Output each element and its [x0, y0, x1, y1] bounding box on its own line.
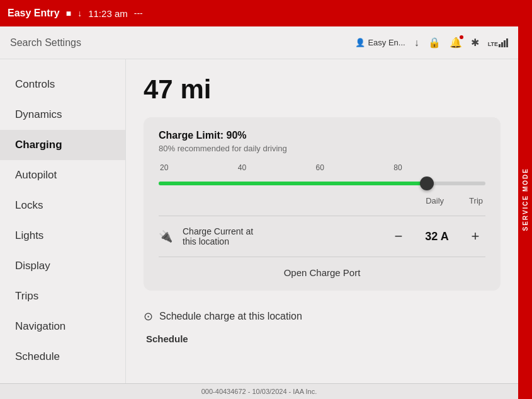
signal-bar-2 — [501, 42, 503, 47]
schedule-label: Schedule charge at this location — [159, 311, 302, 322]
sidebar-item-display[interactable]: Display — [0, 251, 125, 281]
charge-current-control: − 32 A + — [388, 226, 485, 246]
charge-limit-subtitle: 80% recommended for daily driving — [159, 144, 485, 153]
bottom-bar: 000-40434672 - 10/03/2024 - IAA Inc. — [0, 383, 518, 399]
slider-thumb[interactable] — [420, 176, 434, 190]
slider-track-wrapper[interactable] — [159, 175, 485, 192]
sidebar-item-lights[interactable]: Lights — [0, 221, 125, 251]
status-bar-time: 11:23 am — [88, 8, 128, 19]
main-wrapper: Search Settings 👤 Easy En... ↓ 🔒 🔔 ✱ LTE — [0, 26, 518, 399]
daily-trip-row: Daily Trip — [159, 196, 485, 205]
slider-label-80: 80 — [393, 163, 402, 172]
main-panel: 47 mi Charge Limit: 90% 80% recommended … — [126, 59, 518, 383]
daily-label[interactable]: Daily — [426, 196, 444, 205]
schedule-sublabel: Schedule — [146, 333, 188, 344]
bell-icon: 🔔 — [450, 37, 462, 49]
signal-bar-4 — [506, 38, 508, 47]
nav-profile: 👤 Easy En... — [355, 38, 405, 47]
sidebar-item-dynamics[interactable]: Dynamics — [0, 100, 125, 130]
card-divider-2 — [159, 257, 485, 257]
status-bar: Easy Entry ■ ↓ 11:23 am --- — [0, 0, 518, 26]
sidebar-item-autopilot[interactable]: Autopilot — [0, 160, 125, 190]
open-charge-port-label: Open Charge Port — [284, 267, 361, 278]
status-bar-title: Easy Entry — [8, 8, 60, 19]
status-bar-dashes: --- — [134, 8, 143, 18]
schedule-row[interactable]: ⊙ Schedule charge at this location — [144, 303, 501, 330]
sidebar-item-charging[interactable]: Charging — [0, 130, 125, 160]
decrement-button[interactable]: − — [388, 226, 409, 246]
sidebar-item-trips[interactable]: Trips — [0, 281, 125, 311]
bluetooth-icon: ✱ — [471, 37, 479, 49]
range-display: 47 mi — [144, 74, 501, 105]
charge-current-value: 32 A — [421, 230, 453, 243]
search-settings-label[interactable]: Search Settings — [10, 37, 355, 49]
slider-label-60: 60 — [315, 163, 324, 172]
bell-dot — [460, 35, 463, 39]
bottom-bar-text: 000-40434672 - 10/03/2024 - IAA Inc. — [201, 388, 317, 395]
person-icon: 👤 — [355, 38, 365, 47]
slider-label-40: 40 — [238, 163, 246, 172]
service-mode-bar: SERVICE MODE — [518, 0, 532, 399]
lock-icon: 🔒 — [428, 37, 441, 49]
schedule-icon: ⊙ — [144, 309, 153, 323]
nav-profile-label: Easy En... — [368, 38, 405, 47]
nav-bar: Search Settings 👤 Easy En... ↓ 🔒 🔔 ✱ LTE — [0, 26, 518, 59]
charge-current-label: Charge Current atthis location — [183, 226, 378, 246]
sidebar-item-locks[interactable]: Locks — [0, 190, 125, 221]
plug-icon: 🔌 — [159, 229, 173, 243]
slider-track — [159, 182, 485, 185]
signal-bars — [499, 38, 508, 47]
nav-icons: 👤 Easy En... ↓ 🔒 🔔 ✱ LTE — [355, 37, 508, 49]
camera-icon: ■ — [66, 8, 71, 18]
card-divider — [159, 216, 485, 216]
service-mode-label: SERVICE MODE — [522, 168, 529, 231]
slider-label-20: 20 — [160, 163, 168, 172]
content-area: Controls Dynamics Charging Autopilot Loc… — [0, 59, 518, 383]
lte-label: LTE — [488, 41, 498, 47]
charge-card: Charge Limit: 90% 80% recommended for da… — [144, 117, 501, 291]
download-icon: ↓ — [77, 8, 82, 18]
trip-label[interactable]: Trip — [469, 196, 483, 205]
lte-indicator: LTE — [488, 38, 508, 47]
open-charge-port-button[interactable]: Open Charge Port — [159, 267, 485, 278]
sidebar-item-navigation[interactable]: Navigation — [0, 311, 125, 342]
slider-scale-row: 20 40 60 80 100 — [159, 163, 485, 172]
signal-bar-1 — [499, 44, 501, 47]
increment-button[interactable]: + — [465, 226, 485, 246]
download-icon: ↓ — [414, 37, 419, 49]
signal-bar-3 — [504, 40, 506, 47]
charge-current-row: 🔌 Charge Current atthis location − 32 A … — [159, 226, 485, 246]
sidebar-item-controls[interactable]: Controls — [0, 69, 125, 100]
sidebar: Controls Dynamics Charging Autopilot Loc… — [0, 59, 126, 383]
slider-fill — [159, 182, 427, 185]
sidebar-item-schedule[interactable]: Schedule — [0, 342, 125, 372]
charge-limit-title: Charge Limit: 90% — [159, 130, 485, 141]
